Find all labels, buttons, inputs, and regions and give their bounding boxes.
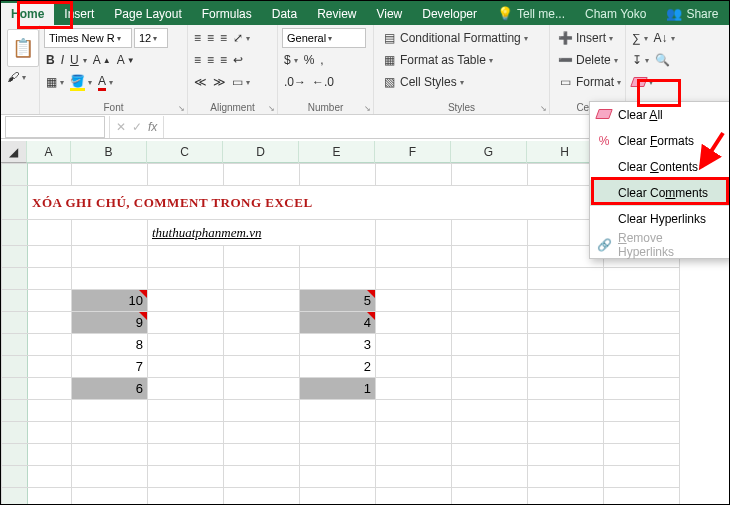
lightbulb-icon: 💡 xyxy=(497,6,513,21)
fill-down-icon: ↧ xyxy=(632,53,642,67)
table-row: 61 xyxy=(2,378,680,400)
conditional-formatting-button[interactable]: ▤Conditional Formatting xyxy=(378,28,530,48)
name-box[interactable] xyxy=(5,116,105,138)
font-size-select[interactable]: 12▾ xyxy=(134,28,168,48)
font-name-select[interactable]: Times New R▾ xyxy=(44,28,132,48)
orientation-icon: ⤢ xyxy=(233,31,243,45)
tab-share[interactable]: 👥Share xyxy=(656,2,728,25)
align-bottom-button[interactable]: ≡ xyxy=(218,30,229,46)
format-as-table-button[interactable]: ▦Format as Table xyxy=(378,50,495,70)
find-select-button[interactable]: 🔍 xyxy=(653,52,672,68)
increase-decimal-button[interactable]: .0→ xyxy=(282,74,308,90)
tab-user[interactable]: Cham Yoko xyxy=(575,3,656,25)
table-row xyxy=(2,164,680,186)
col-header-c[interactable]: C xyxy=(147,141,223,163)
bold-button[interactable]: B xyxy=(44,52,57,68)
fill-color-button[interactable]: 🪣 xyxy=(68,73,94,92)
sort-filter-button[interactable]: A↓ xyxy=(652,30,677,46)
tab-developer[interactable]: Developer xyxy=(412,3,487,25)
group-label-styles: Styles xyxy=(374,102,549,113)
align-left-button[interactable]: ≡ xyxy=(192,52,203,68)
accounting-button[interactable]: $ xyxy=(282,52,300,68)
table-row xyxy=(2,422,680,444)
increase-indent-button[interactable]: ≫ xyxy=(211,74,228,90)
format-cells-button[interactable]: ▭Format xyxy=(554,72,623,92)
autosum-button[interactable]: ∑ xyxy=(630,30,650,46)
group-label-font: Font xyxy=(40,102,187,113)
eraser-icon xyxy=(630,77,648,87)
insert-icon: ➕ xyxy=(556,29,574,47)
col-header-f[interactable]: F xyxy=(375,141,451,163)
tab-view[interactable]: View xyxy=(366,3,412,25)
cell-grid[interactable]: XÓA GHI CHÚ, COMMENT TRONG EXCEL thuthua… xyxy=(1,163,680,504)
align-center-button[interactable]: ≡ xyxy=(205,52,216,68)
table-row: XÓA GHI CHÚ, COMMENT TRONG EXCEL xyxy=(2,186,680,220)
cancel-formula-icon[interactable]: ✕ xyxy=(116,120,126,134)
italic-button[interactable]: I xyxy=(59,52,66,68)
fx-icon[interactable]: fx xyxy=(148,120,157,134)
tab-tell-me[interactable]: 💡Tell me... xyxy=(487,2,575,25)
border-button[interactable]: ▦ xyxy=(44,74,66,90)
enter-formula-icon[interactable]: ✓ xyxy=(132,120,142,134)
number-format-select[interactable]: General▾ xyxy=(282,28,366,48)
tab-review[interactable]: Review xyxy=(307,3,366,25)
table-row: thuthuatphanmem.vn xyxy=(2,220,680,246)
menu-clear-all[interactable]: Clear All xyxy=(590,102,730,128)
group-alignment: ≡ ≡ ≡ ⤢ ≡ ≡ ≡ ↩ ≪ ≫ ▭ Alignment xyxy=(188,25,278,114)
ribbon-tabbar: Home Insert Page Layout Formulas Data Re… xyxy=(1,1,729,25)
table-icon: ▦ xyxy=(380,51,398,69)
insert-cells-button[interactable]: ➕Insert xyxy=(554,28,615,48)
col-header-g[interactable]: G xyxy=(451,141,527,163)
align-right-button[interactable]: ≡ xyxy=(218,52,229,68)
tab-data[interactable]: Data xyxy=(262,3,307,25)
group-label-alignment: Alignment xyxy=(188,102,277,113)
format-icon: ▭ xyxy=(556,73,574,91)
menu-clear-formats[interactable]: %Clear Formats xyxy=(590,128,730,154)
tab-formulas[interactable]: Formulas xyxy=(192,3,262,25)
percent-button[interactable]: % xyxy=(302,52,317,68)
tab-home[interactable]: Home xyxy=(1,3,54,25)
tab-page-layout[interactable]: Page Layout xyxy=(104,3,191,25)
align-middle-button[interactable]: ≡ xyxy=(205,30,216,46)
find-icon: 🔍 xyxy=(655,53,670,67)
menu-clear-contents[interactable]: Clear Contents xyxy=(590,154,730,180)
align-top-button[interactable]: ≡ xyxy=(192,30,203,46)
group-font: Times New R▾ 12▾ B I U▾ A▲ A▼ ▦ 🪣 A Font xyxy=(40,25,188,114)
decrease-decimal-button[interactable]: ←.0 xyxy=(310,74,336,90)
underline-button[interactable]: U▾ xyxy=(68,52,89,68)
delete-icon: ➖ xyxy=(556,51,574,69)
table-row xyxy=(2,268,680,290)
table-row xyxy=(2,488,680,505)
merge-center-button[interactable]: ▭ xyxy=(230,74,252,90)
col-header-a[interactable]: A xyxy=(27,141,71,163)
col-header-d[interactable]: D xyxy=(223,141,299,163)
comma-button[interactable]: , xyxy=(318,52,325,68)
font-color-button[interactable]: A xyxy=(96,73,115,92)
increase-font-button[interactable]: A▲ xyxy=(91,52,113,68)
bucket-icon: 🪣 xyxy=(70,74,85,91)
subtitle-cell[interactable]: thuthuatphanmem.vn xyxy=(148,220,376,246)
col-header-e[interactable]: E xyxy=(299,141,375,163)
currency-icon: $ xyxy=(284,53,291,67)
decrease-font-button[interactable]: A▼ xyxy=(115,52,137,68)
col-header-b[interactable]: B xyxy=(71,141,147,163)
table-row: 105 xyxy=(2,290,680,312)
menu-clear-comments[interactable]: Clear Comments xyxy=(590,180,730,206)
fill-button[interactable]: ↧ xyxy=(630,52,651,68)
title-cell[interactable]: XÓA GHI CHÚ, COMMENT TRONG EXCEL xyxy=(28,186,680,220)
group-clipboard: 📋 🖌 xyxy=(1,25,40,114)
group-number: General▾ $ % , .0→ ←.0 Number xyxy=(278,25,374,114)
table-row: 72 xyxy=(2,356,680,378)
menu-clear-hyperlinks[interactable]: Clear Hyperlinks xyxy=(590,206,730,232)
wrap-text-button[interactable]: ↩ xyxy=(231,52,245,68)
select-all-corner[interactable]: ◢ xyxy=(1,141,27,163)
clear-button[interactable] xyxy=(630,76,655,88)
orientation-button[interactable]: ⤢ xyxy=(231,30,252,46)
tab-insert[interactable]: Insert xyxy=(54,3,104,25)
cell-styles-button[interactable]: ▧Cell Styles xyxy=(378,72,466,92)
delete-cells-button[interactable]: ➖Delete xyxy=(554,50,620,70)
format-painter-button[interactable]: 🖌 xyxy=(5,69,28,85)
paste-button[interactable]: 📋 xyxy=(7,29,39,67)
sort-icon: A↓ xyxy=(654,31,668,45)
decrease-indent-button[interactable]: ≪ xyxy=(192,74,209,90)
